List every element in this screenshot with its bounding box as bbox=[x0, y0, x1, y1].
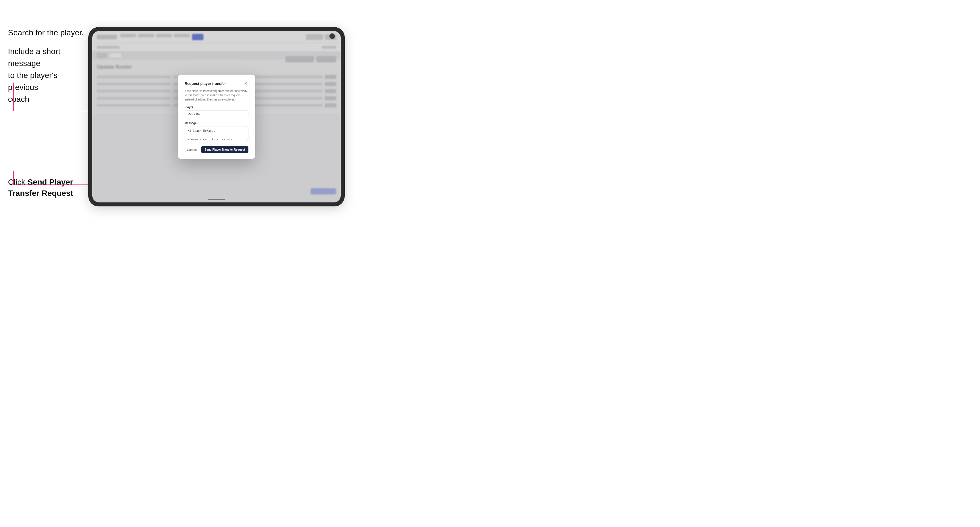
annotation-step3: Click Send Player Transfer Request bbox=[8, 176, 82, 199]
player-field-label: Player bbox=[185, 106, 248, 109]
annotation-line-v1 bbox=[13, 83, 14, 111]
modal-title: Request player transfer bbox=[185, 81, 226, 86]
send-transfer-request-button[interactable]: Send Player Transfer Request bbox=[201, 146, 248, 153]
request-transfer-modal: Request player transfer ✕ If the player … bbox=[178, 75, 255, 159]
annotation-step2: Include a short message to the player's … bbox=[8, 46, 82, 105]
modal-description: If the player is transferring from anoth… bbox=[185, 89, 248, 102]
modal-close-button[interactable]: ✕ bbox=[243, 81, 248, 86]
tablet-device: Update Roster bbox=[88, 27, 345, 206]
message-textarea[interactable]: Hi Coach McHarg, Please accept this tran… bbox=[185, 126, 248, 141]
annotation-line-v2-start bbox=[13, 171, 14, 185]
player-input[interactable] bbox=[185, 110, 248, 118]
annotation-step1: Search for the player. bbox=[8, 27, 84, 38]
message-field-label: Message bbox=[185, 122, 248, 125]
cancel-button[interactable]: Cancel bbox=[185, 147, 199, 153]
modal-overlay: Request player transfer ✕ If the player … bbox=[92, 31, 341, 202]
